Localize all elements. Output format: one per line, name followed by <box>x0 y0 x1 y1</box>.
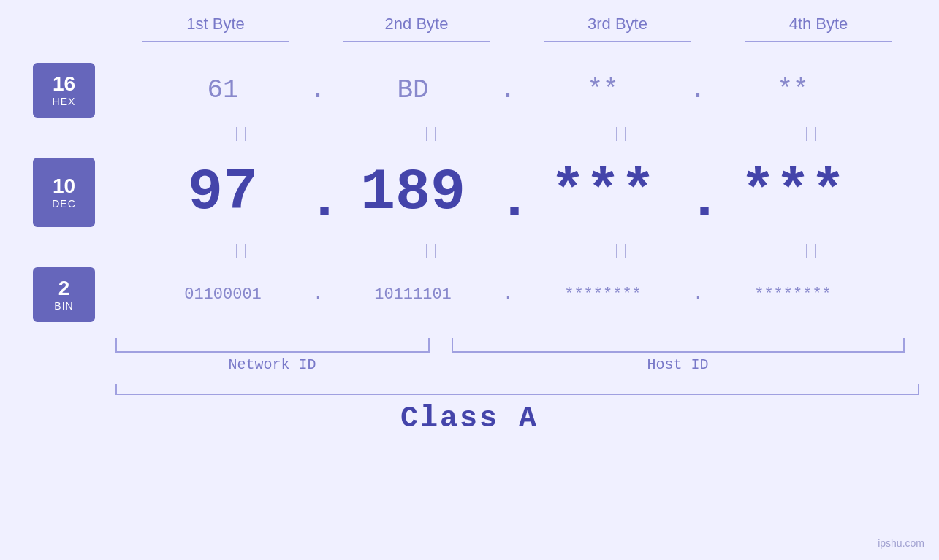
full-bracket-row <box>115 384 919 395</box>
hex-dot2: . <box>497 75 519 105</box>
bin-dot2: . <box>497 285 519 304</box>
network-id-label: Network ID <box>115 356 430 373</box>
bin-byte4: ******** <box>709 285 877 304</box>
full-bracket-line <box>115 384 919 395</box>
hex-dot1: . <box>307 75 329 105</box>
dec-byte3: *** <box>519 159 687 226</box>
dec-byte4: *** <box>709 159 877 226</box>
hex-byte2: BD <box>329 75 497 105</box>
byte2-header: 2nd Byte <box>336 15 497 34</box>
bracket-byte3 <box>544 41 691 42</box>
byte4-header: 4th Byte <box>738 15 899 34</box>
bin-byte1: 01100001 <box>139 285 307 304</box>
dec-byte2: 189 <box>329 159 497 226</box>
pipe5: || <box>157 242 325 259</box>
sep-row-2: || || || || <box>0 239 939 261</box>
sep-values-1: || || || || <box>157 126 939 142</box>
bracket-byte4 <box>745 41 892 42</box>
byte-headers: 1st Byte 2nd Byte 3rd Byte 4th Byte <box>115 15 919 34</box>
bin-row: 2 BIN 01100001 . 10111101 . ******** . *… <box>0 261 939 327</box>
byte3-header: 3rd Byte <box>537 15 698 34</box>
pipe7: || <box>537 242 705 259</box>
bin-byte2: 10111101 <box>329 285 497 304</box>
main-container: 1st Byte 2nd Byte 3rd Byte 4th Byte 16 H… <box>0 0 939 560</box>
hex-dot3: . <box>687 75 709 105</box>
hex-byte3: ** <box>519 75 687 105</box>
host-bracket <box>452 338 905 353</box>
bottom-brackets <box>115 331 919 353</box>
bin-dot3: . <box>687 285 709 304</box>
hex-badge-label: HEX <box>53 96 76 107</box>
bracket-byte1 <box>142 41 289 42</box>
hex-byte1: 61 <box>139 75 307 105</box>
hex-badge-num: 16 <box>53 72 75 96</box>
pipe2: || <box>347 126 515 142</box>
pipe1: || <box>157 126 325 142</box>
bottom-section: Network ID Host ID Class A <box>0 331 939 435</box>
bin-values: 01100001 . 10111101 . ******** . *******… <box>139 285 939 304</box>
class-label: Class A <box>400 402 539 435</box>
dec-dot1: . <box>307 166 329 233</box>
dec-badge-label: DEC <box>52 198 76 210</box>
id-labels: Network ID Host ID <box>115 356 919 373</box>
sep-row-1: || || || || <box>0 123 939 145</box>
dec-dot2: . <box>497 166 519 233</box>
dec-row: 10 DEC 97 . 189 . *** . *** <box>0 145 939 239</box>
pipe3: || <box>537 126 705 142</box>
hex-row: 16 HEX 61 . BD . ** . ** <box>0 57 939 123</box>
bracket-byte2 <box>343 41 490 42</box>
bin-byte3: ******** <box>519 285 687 304</box>
bin-badge-label: BIN <box>54 300 73 312</box>
dec-badge: 10 DEC <box>33 158 95 227</box>
hex-badge: 16 HEX <box>33 63 95 118</box>
dec-badge-num: 10 <box>53 174 75 198</box>
bin-dot1: . <box>307 285 329 304</box>
bin-badge-num: 2 <box>58 277 70 300</box>
pipe6: || <box>347 242 515 259</box>
host-id-label: Host ID <box>452 356 905 373</box>
dec-byte1: 97 <box>139 159 307 226</box>
network-bracket <box>115 338 430 353</box>
class-label-row: Class A <box>0 402 939 435</box>
hex-values: 61 . BD . ** . ** <box>139 75 939 105</box>
top-brackets <box>115 41 919 42</box>
hex-byte4: ** <box>709 75 877 105</box>
pipe8: || <box>727 242 895 259</box>
pipe4: || <box>727 126 895 142</box>
byte1-header: 1st Byte <box>135 15 296 34</box>
bin-badge: 2 BIN <box>33 267 95 322</box>
dec-values: 97 . 189 . *** . *** <box>139 159 939 226</box>
watermark: ipshu.com <box>878 537 924 549</box>
dec-dot3: . <box>687 166 709 233</box>
sep-values-2: || || || || <box>157 242 939 259</box>
